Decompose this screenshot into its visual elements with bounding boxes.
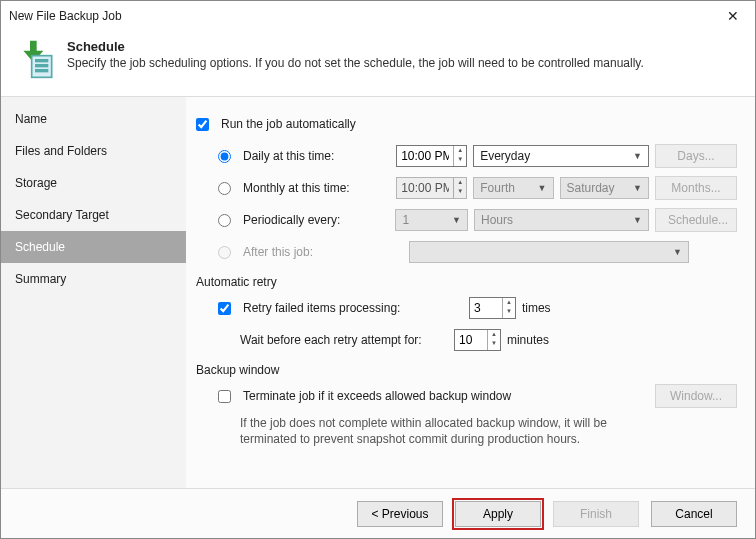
spinner-up-icon[interactable]: ▲ xyxy=(454,146,466,155)
daily-time-spinner[interactable]: ▲▼ xyxy=(396,145,467,167)
previous-button[interactable]: < Previous xyxy=(357,501,443,527)
days-button[interactable]: Days... xyxy=(655,144,737,168)
monthly-time-input xyxy=(397,178,453,198)
close-icon[interactable]: ✕ xyxy=(719,4,747,28)
cancel-button[interactable]: Cancel xyxy=(651,501,737,527)
monthly-row: Monthly at this time: ▲▼ Fourth ▼ Saturd… xyxy=(196,175,737,201)
page-subtitle: Specify the job scheduling options. If y… xyxy=(67,56,644,70)
wizard-window: New File Backup Job ✕ Schedule Specify t… xyxy=(0,0,756,539)
wait-val-input[interactable] xyxy=(455,330,487,350)
page-header: Schedule Specify the job scheduling opti… xyxy=(1,31,755,97)
spinner-down-icon: ▼ xyxy=(454,187,466,196)
run-auto-checkbox[interactable] xyxy=(196,118,209,131)
window-button: Window... xyxy=(655,384,737,408)
monthly-radio[interactable] xyxy=(218,182,231,195)
sidebar: Name Files and Folders Storage Secondary… xyxy=(1,97,186,488)
periodic-val: 1 xyxy=(402,213,409,227)
sidebar-item-summary[interactable]: Summary xyxy=(1,263,186,295)
sidebar-item-schedule[interactable]: Schedule xyxy=(1,231,186,263)
spinner-down-icon[interactable]: ▼ xyxy=(503,307,515,316)
daily-time-input[interactable] xyxy=(397,146,453,166)
retry-count-spinner[interactable]: ▲▼ xyxy=(469,297,516,319)
wait-row: Wait before each retry attempt for: ▲▼ m… xyxy=(196,327,737,353)
daily-label: Daily at this time: xyxy=(243,149,390,163)
spinner-down-icon[interactable]: ▼ xyxy=(454,155,466,164)
daily-recur-value: Everyday xyxy=(480,149,530,163)
terminate-label: Terminate job if it exceeds allowed back… xyxy=(243,389,649,403)
retry-count-input[interactable] xyxy=(470,298,502,318)
spinner-up-icon[interactable]: ▲ xyxy=(503,298,515,307)
page-title: Schedule xyxy=(67,39,644,54)
footer: < Previous Apply Finish Cancel xyxy=(1,488,755,538)
terminate-note: If the job does not complete within allo… xyxy=(196,415,616,447)
after-label: After this job: xyxy=(243,245,403,259)
monthly-label: Monthly at this time: xyxy=(243,181,390,195)
schedule-icon xyxy=(15,39,55,82)
wait-val-spinner[interactable]: ▲▼ xyxy=(454,329,501,351)
after-row: After this job: ▼ xyxy=(196,239,737,265)
retry-label: Retry failed items processing: xyxy=(243,301,463,315)
periodic-unit-select: Hours ▼ xyxy=(474,209,649,231)
window-title: New File Backup Job xyxy=(9,9,719,23)
wait-label: Wait before each retry attempt for: xyxy=(240,333,448,347)
retry-section-label: Automatic retry xyxy=(196,275,737,289)
terminate-checkbox[interactable] xyxy=(218,390,231,403)
after-radio xyxy=(218,246,231,259)
finish-button: Finish xyxy=(553,501,639,527)
monthly-time-spinner: ▲▼ xyxy=(396,177,467,199)
chevron-down-icon: ▼ xyxy=(538,183,547,193)
retry-unit: times xyxy=(522,301,551,315)
periodic-radio[interactable] xyxy=(218,214,231,227)
sidebar-item-files[interactable]: Files and Folders xyxy=(1,135,186,167)
periodic-label: Periodically every: xyxy=(243,213,389,227)
schedule-button: Schedule... xyxy=(655,208,737,232)
titlebar: New File Backup Job ✕ xyxy=(1,1,755,31)
spinner-up-icon: ▲ xyxy=(454,178,466,187)
sidebar-item-secondary[interactable]: Secondary Target xyxy=(1,199,186,231)
monthly-ord-value: Fourth xyxy=(480,181,515,195)
retry-row: Retry failed items processing: ▲▼ times xyxy=(196,295,737,321)
sidebar-item-storage[interactable]: Storage xyxy=(1,167,186,199)
chevron-down-icon: ▼ xyxy=(452,215,461,225)
svg-rect-3 xyxy=(35,69,48,72)
apply-button[interactable]: Apply xyxy=(455,501,541,527)
periodic-row: Periodically every: 1 ▼ Hours ▼ Schedule… xyxy=(196,207,737,233)
header-text: Schedule Specify the job scheduling opti… xyxy=(67,39,644,70)
daily-recur-select[interactable]: Everyday ▼ xyxy=(473,145,649,167)
chevron-down-icon: ▼ xyxy=(633,151,642,161)
monthly-day-value: Saturday xyxy=(567,181,615,195)
monthly-day-select: Saturday ▼ xyxy=(560,177,649,199)
periodic-val-select: 1 ▼ xyxy=(395,209,468,231)
periodic-unit: Hours xyxy=(481,213,513,227)
svg-rect-2 xyxy=(35,64,48,67)
chevron-down-icon: ▼ xyxy=(673,247,682,257)
window-section-label: Backup window xyxy=(196,363,737,377)
months-button: Months... xyxy=(655,176,737,200)
monthly-ord-select: Fourth ▼ xyxy=(473,177,553,199)
spinner-up-icon[interactable]: ▲ xyxy=(488,330,500,339)
sidebar-item-name[interactable]: Name xyxy=(1,103,186,135)
daily-row: Daily at this time: ▲▼ Everyday ▼ Days..… xyxy=(196,143,737,169)
wizard-body: Name Files and Folders Storage Secondary… xyxy=(1,97,755,488)
spinner-down-icon[interactable]: ▼ xyxy=(488,339,500,348)
retry-checkbox[interactable] xyxy=(218,302,231,315)
run-auto-label: Run the job automatically xyxy=(221,117,356,131)
terminate-row: Terminate job if it exceeds allowed back… xyxy=(196,383,737,409)
chevron-down-icon: ▼ xyxy=(633,215,642,225)
wait-unit: minutes xyxy=(507,333,549,347)
after-select: ▼ xyxy=(409,241,689,263)
content-area: Run the job automatically Daily at this … xyxy=(186,97,755,488)
run-auto-row: Run the job automatically xyxy=(196,111,737,137)
chevron-down-icon: ▼ xyxy=(633,183,642,193)
daily-radio[interactable] xyxy=(218,150,231,163)
svg-rect-1 xyxy=(35,59,48,62)
